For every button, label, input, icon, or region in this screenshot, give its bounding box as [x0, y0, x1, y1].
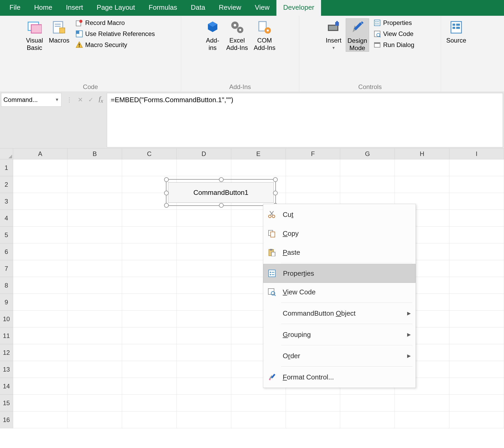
- cell[interactable]: [449, 395, 504, 411]
- cell[interactable]: [67, 378, 122, 395]
- cell[interactable]: [122, 361, 177, 378]
- relative-refs-button[interactable]: Use Relative References: [74, 29, 156, 38]
- fx-icon[interactable]: fx: [99, 95, 103, 104]
- cell[interactable]: [449, 193, 504, 210]
- cell[interactable]: [67, 243, 122, 260]
- cell[interactable]: [449, 294, 504, 311]
- cell[interactable]: [67, 176, 122, 193]
- cell[interactable]: [67, 311, 122, 327]
- row-header[interactable]: 1: [0, 159, 13, 176]
- cell[interactable]: [122, 344, 177, 361]
- macro-security-button[interactable]: Macro Security: [74, 40, 156, 49]
- cell[interactable]: [395, 159, 449, 176]
- cell[interactable]: [340, 176, 395, 193]
- cell[interactable]: [13, 277, 68, 294]
- row-header[interactable]: 15: [0, 395, 13, 411]
- cell[interactable]: [13, 294, 68, 311]
- cell[interactable]: [177, 327, 231, 344]
- cell[interactable]: [13, 395, 68, 411]
- cell[interactable]: [286, 176, 340, 193]
- cell[interactable]: [13, 243, 68, 260]
- cell[interactable]: [177, 344, 231, 361]
- cell[interactable]: [122, 395, 177, 411]
- addins-button[interactable]: Add- ins: [203, 18, 222, 51]
- col-header[interactable]: A: [13, 149, 68, 159]
- row-header[interactable]: 9: [0, 294, 13, 311]
- ctx-format-control[interactable]: Format Control...: [263, 368, 416, 387]
- excel-addins-button[interactable]: Excel Add-Ins: [225, 18, 250, 51]
- chevron-down-icon[interactable]: ▼: [55, 97, 59, 102]
- cell[interactable]: [449, 260, 504, 277]
- ctx-paste[interactable]: Paste: [263, 243, 416, 262]
- cell[interactable]: [340, 395, 395, 411]
- col-header[interactable]: I: [449, 149, 504, 159]
- cell[interactable]: [13, 159, 68, 176]
- cell[interactable]: [122, 294, 177, 311]
- tab-page-layout[interactable]: Page Layout: [90, 0, 142, 16]
- cell[interactable]: [449, 361, 504, 378]
- cell[interactable]: [13, 344, 68, 361]
- cell[interactable]: [67, 260, 122, 277]
- cell[interactable]: [13, 227, 68, 243]
- tab-insert[interactable]: Insert: [59, 0, 90, 16]
- tab-view[interactable]: View: [248, 0, 276, 16]
- cell[interactable]: [67, 327, 122, 344]
- ctx-view-code[interactable]: View Code: [263, 283, 416, 301]
- ctx-cut[interactable]: Cut: [263, 205, 416, 224]
- record-macro-button[interactable]: Record Macro: [74, 18, 156, 27]
- cell[interactable]: [122, 260, 177, 277]
- col-header[interactable]: H: [395, 149, 449, 159]
- cell[interactable]: [67, 294, 122, 311]
- cell[interactable]: [449, 378, 504, 395]
- col-header[interactable]: G: [340, 149, 395, 159]
- cell[interactable]: [395, 411, 449, 428]
- cell[interactable]: [449, 277, 504, 294]
- name-box[interactable]: Command... ▼: [1, 93, 61, 107]
- ctx-grouping[interactable]: Grouping ▶: [263, 325, 416, 344]
- properties-button[interactable]: Properties: [372, 18, 416, 27]
- cell[interactable]: [122, 210, 177, 227]
- cell[interactable]: [177, 159, 231, 176]
- tab-developer[interactable]: Developer: [276, 0, 321, 16]
- cell[interactable]: [231, 159, 286, 176]
- cell[interactable]: [449, 344, 504, 361]
- run-dialog-button[interactable]: Run Dialog: [372, 40, 416, 49]
- cell[interactable]: [67, 411, 122, 428]
- tab-file[interactable]: File: [3, 0, 27, 16]
- cell[interactable]: [449, 411, 504, 428]
- command-button-object[interactable]: CommandButton1: [168, 182, 274, 203]
- cell[interactable]: [13, 193, 68, 210]
- cell[interactable]: [449, 210, 504, 227]
- design-mode-button[interactable]: Design Mode: [346, 18, 369, 52]
- cell[interactable]: [122, 227, 177, 243]
- cell[interactable]: [449, 227, 504, 243]
- cell[interactable]: [449, 159, 504, 176]
- col-header[interactable]: D: [177, 149, 231, 159]
- cell[interactable]: [177, 277, 231, 294]
- col-header[interactable]: E: [231, 149, 286, 159]
- cell[interactable]: [340, 411, 395, 428]
- cell[interactable]: [122, 277, 177, 294]
- cell[interactable]: [67, 277, 122, 294]
- cell[interactable]: [122, 311, 177, 327]
- cell[interactable]: [177, 260, 231, 277]
- cell[interactable]: [67, 227, 122, 243]
- cell[interactable]: [13, 176, 68, 193]
- row-header[interactable]: 6: [0, 243, 13, 260]
- macros-button[interactable]: Macros: [47, 18, 71, 44]
- cell[interactable]: [177, 378, 231, 395]
- cell[interactable]: [67, 344, 122, 361]
- insert-control-button[interactable]: Insert ▼: [324, 18, 343, 50]
- cell[interactable]: [13, 210, 68, 227]
- row-header[interactable]: 12: [0, 344, 13, 361]
- cell[interactable]: [177, 294, 231, 311]
- ctx-order[interactable]: Order ▶: [263, 346, 416, 365]
- cell[interactable]: [449, 176, 504, 193]
- row-header[interactable]: 5: [0, 227, 13, 243]
- cell[interactable]: [449, 311, 504, 327]
- cell[interactable]: [67, 210, 122, 227]
- tab-data[interactable]: Data: [184, 0, 212, 16]
- cell[interactable]: [67, 395, 122, 411]
- cancel-icon[interactable]: ✕: [78, 96, 83, 103]
- tab-review[interactable]: Review: [212, 0, 248, 16]
